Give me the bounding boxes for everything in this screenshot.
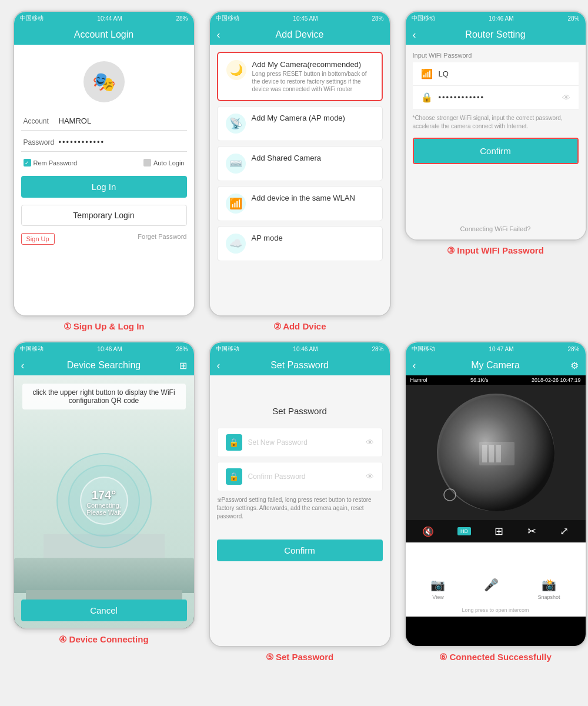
time-5: 10:46 AM xyxy=(293,346,318,352)
snapshot-action[interactable]: 📸 Snapshot xyxy=(537,578,560,600)
camera-owner: Hamrol xyxy=(410,377,427,383)
screen2-wrapper: 中国移动 10:45 AM 28% ‹ Add Device 🌙 Add My … xyxy=(202,6,397,337)
add-device-item-5[interactable]: ☁️ AP mode xyxy=(217,226,383,261)
screen3-body: Input WiFi Password 📶 LQ 🔒 •••••••••••• … xyxy=(406,45,586,239)
intercom-action[interactable]: 🎤 xyxy=(484,578,499,600)
cancel-btn-wrapper: Cancel xyxy=(21,600,187,621)
camera-info-bar: Hamrol 56.1K/s 2018-02-26 10:47:19 xyxy=(406,375,586,385)
screen6-wrapper: 中国移动 10:47 AM 28% ‹ My Camera ⚙ Hamrol 5… xyxy=(397,337,588,667)
back-arrow-4[interactable]: ‹ xyxy=(21,359,25,372)
eye-icon-5a[interactable]: 👁 xyxy=(366,438,374,447)
cancel-button-4[interactable]: Cancel xyxy=(21,600,187,621)
connecting-degrees: 174° xyxy=(78,488,131,502)
fisheye-svg xyxy=(438,395,556,512)
auto-login-checkbox[interactable] xyxy=(143,159,151,166)
snapshot-icon: 📸 xyxy=(542,578,556,592)
back-arrow-3[interactable]: ‹ xyxy=(413,29,416,41)
wifi-password-value: •••••••••••• xyxy=(439,93,556,102)
back-arrow-6[interactable]: ‹ xyxy=(413,359,416,372)
lock-icon-3: 🔒 xyxy=(421,92,433,103)
add-device-text-4: Add device in the same WLAN xyxy=(252,194,355,202)
spacer-6 xyxy=(406,542,586,572)
phone-screen2: 中国移动 10:45 AM 28% ‹ Add Device 🌙 Add My … xyxy=(209,11,391,317)
confirm-button-3[interactable]: Confirm xyxy=(414,139,577,163)
step-text-3: Input WIFI Password xyxy=(457,245,544,255)
grid-button[interactable]: ⊞ xyxy=(495,525,503,538)
qr-icon-4[interactable]: ⊞ xyxy=(179,360,187,371)
snapshot-label: Snapshot xyxy=(537,594,560,600)
screen2-title: Add Device xyxy=(276,29,324,40)
fullscreen-button[interactable]: ⤢ xyxy=(560,525,569,538)
add-device-item-3[interactable]: ⌨️ Add Shared Camera xyxy=(217,146,383,181)
add-device-text-3: Add Shared Camera xyxy=(252,154,322,162)
back-arrow-5[interactable]: ‹ xyxy=(217,359,220,372)
screen6-body: Hamrol 56.1K/s 2018-02-26 10:47:19 xyxy=(406,375,586,646)
screen4-title: Device Searching xyxy=(67,360,141,371)
forget-password-link[interactable]: Forget Password xyxy=(138,233,186,245)
screen3-wrapper: 中国移动 10:46 AM 28% ‹ Router Setting Input… xyxy=(397,6,588,337)
view-action[interactable]: 📷 View xyxy=(430,578,445,600)
camera-speed: 56.1K/s xyxy=(470,377,489,383)
status-bar-1: 中国移动 10:44 AM 28% xyxy=(14,12,194,25)
temp-login-button[interactable]: Temporary Login xyxy=(21,205,187,226)
battery-2: 28% xyxy=(372,15,383,22)
navbar-6: ‹ My Camera ⚙ xyxy=(406,355,586,375)
settings-icon-6[interactable]: ⚙ xyxy=(570,360,579,371)
eye-icon-3[interactable]: 👁 xyxy=(562,93,570,102)
screen4-body: click the upper right button to display … xyxy=(14,375,194,628)
wifi-name-row[interactable]: 📶 LQ xyxy=(413,62,579,86)
cut-button[interactable]: ✂ xyxy=(527,525,536,538)
mute-button[interactable]: 🔇 xyxy=(422,526,434,537)
connecting-text: Connecting, Please Wait xyxy=(78,502,131,516)
svg-rect-8 xyxy=(496,445,501,462)
rem-password-checkbox[interactable]: ✓ xyxy=(24,159,31,166)
login-options: ✓ Rem Password Auto Login xyxy=(21,154,187,171)
screen1-body: 🎭 Account HAMROL Password •••••••••••• ✓… xyxy=(14,45,194,315)
add-device-item-1[interactable]: 🌙 Add My Camera(recommended) Long press … xyxy=(217,52,383,101)
password-label: Password xyxy=(24,138,59,146)
add-device-text-2: Add My Camera (AP mode) xyxy=(252,114,345,122)
rem-password-option[interactable]: ✓ Rem Password xyxy=(24,159,78,166)
wifi-fail-link[interactable]: Connecting WiFi Failed? xyxy=(413,225,579,232)
section-label-3: Input WiFi Password xyxy=(413,52,579,59)
password-field: Password •••••••••••• xyxy=(21,133,187,152)
status-bar-3: 中国移动 10:46 AM 28% xyxy=(406,12,586,25)
screen5-title: Set Password xyxy=(270,360,329,371)
add-device-text-5: AP mode xyxy=(252,234,283,242)
eye-icon-5b[interactable]: 👁 xyxy=(366,472,374,481)
confirm-button-5[interactable]: Confirm xyxy=(217,540,383,561)
add-device-desc-1: Long press RESET button in bottom/back o… xyxy=(252,70,373,93)
password-value: •••••••••••• xyxy=(59,138,105,146)
step-num-1: ① xyxy=(64,321,71,331)
lock-icon-5b: 🔒 xyxy=(226,468,242,485)
account-field: Account HAMROL xyxy=(21,112,187,131)
confirm-password-row[interactable]: 🔒 Confirm Password 👁 xyxy=(217,462,383,491)
new-password-row[interactable]: 🔒 Set New Password 👁 xyxy=(217,428,383,457)
status-bar-4: 中国移动 10:46 AM 28% xyxy=(14,342,194,355)
carrier-1: 中国移动 xyxy=(20,14,44,22)
auto-login-label: Auto Login xyxy=(153,159,185,166)
battery-1: 28% xyxy=(176,15,188,22)
time-1: 10:44 AM xyxy=(97,15,122,22)
hd-badge[interactable]: HD xyxy=(457,527,471,535)
add-device-icon-5: ☁️ xyxy=(226,234,246,254)
time-3: 10:46 AM xyxy=(489,15,513,22)
sign-up-button[interactable]: Sign Up xyxy=(21,233,55,245)
phone-screen5: 中国移动 10:46 AM 28% ‹ Set Password Set Pas… xyxy=(209,341,391,647)
add-device-item-4[interactable]: 📶 Add device in the same WLAN xyxy=(217,186,383,221)
add-device-icon-1: 🌙 xyxy=(226,60,246,80)
battery-5: 28% xyxy=(372,346,383,352)
avatar: 🎭 xyxy=(83,61,125,102)
auto-login-option[interactable]: Auto Login xyxy=(143,159,185,166)
step-label-6: ⑥ Connected Successfully xyxy=(439,652,552,662)
screen6-title: My Camera xyxy=(471,360,520,371)
account-value: HAMROL xyxy=(59,116,92,125)
add-device-item-2[interactable]: 📡 Add My Camera (AP mode) xyxy=(217,106,383,141)
login-button[interactable]: Log In xyxy=(21,176,187,198)
add-device-title-3: Add Shared Camera xyxy=(252,154,322,162)
connecting-area: 174° Connecting, Please Wait xyxy=(51,448,157,556)
add-device-icon-3: ⌨️ xyxy=(226,154,246,174)
screen5-body: Set Password 🔒 Set New Password 👁 🔒 Conf… xyxy=(210,375,390,646)
wifi-password-row[interactable]: 🔒 •••••••••••• 👁 xyxy=(413,86,579,109)
back-arrow-2[interactable]: ‹ xyxy=(217,29,220,41)
